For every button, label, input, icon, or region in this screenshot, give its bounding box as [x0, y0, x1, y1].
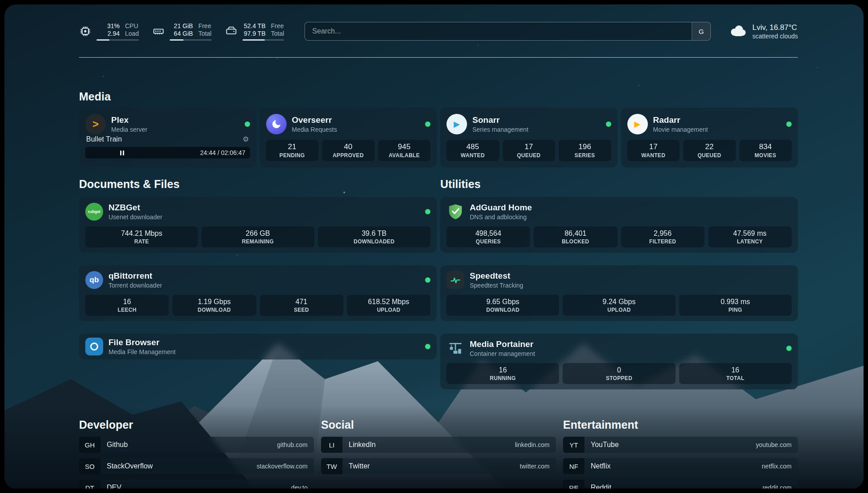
plex-icon: >	[85, 114, 106, 134]
memory-widget: 21 GiBFree 64 GiBTotal	[152, 22, 212, 41]
search-engine-button[interactable]: G	[692, 22, 710, 40]
search-input[interactable]	[305, 22, 692, 40]
stat-queued: 17QUEUED	[503, 140, 555, 161]
memory-free-label: Free	[198, 22, 211, 30]
topbar-divider	[79, 57, 798, 58]
bookmark-netflix[interactable]: NF Netflix netflix.com	[563, 458, 798, 474]
storage-icon	[225, 25, 238, 38]
stat-downloaded: 39.6 TBDOWNLOADED	[318, 226, 430, 247]
bookmark-abbr: RE	[563, 480, 584, 489]
section-title-media: Media	[79, 90, 798, 103]
bookmark-url: reddit.com	[763, 484, 792, 489]
bookmark-twitter[interactable]: TW Twitter twitter.com	[321, 458, 556, 474]
card-title: Media Portainer	[470, 339, 781, 349]
stat-leech: 16LEECH	[85, 295, 169, 316]
storage-free-value: 52.4 TB	[242, 22, 266, 30]
bookmark-stackoverflow[interactable]: SO StackOverflow stackoverflow.com	[79, 458, 314, 474]
bookmark-columns: Developer GH Github github.com SO StackO…	[79, 418, 798, 489]
card-title: Overseerr	[292, 115, 420, 125]
status-dot-online	[425, 121, 430, 127]
card-title: NZBGet	[108, 202, 420, 213]
card-subtitle: Media File Management	[108, 348, 420, 356]
card-radarr[interactable]: ▶ Radarr Movie management 17WANTED 22QUE…	[621, 108, 798, 167]
card-portainer[interactable]: Media Portainer Container management 16R…	[440, 334, 798, 389]
stat-pending: 21PENDING	[266, 140, 319, 161]
bookmark-linkedin[interactable]: LI LinkedIn linkedin.com	[321, 437, 556, 453]
card-subtitle: Torrent downloader	[108, 281, 420, 289]
pause-icon[interactable]	[120, 150, 124, 155]
bookmark-name: YouTube	[591, 441, 619, 449]
card-sonarr[interactable]: ▶ Sonarr Series management 485WANTED 17Q…	[440, 108, 618, 167]
card-subtitle: Media Requests	[292, 125, 420, 134]
cpu-load-label: Load	[125, 30, 139, 38]
memory-total-value: 64 GiB	[170, 30, 193, 38]
card-title: AdGuard Home	[470, 202, 792, 213]
card-title: Plex	[111, 115, 239, 125]
card-overseerr[interactable]: Overseerr Media Requests 21PENDING 40APP…	[260, 108, 437, 167]
stat-running: 16RUNNING	[447, 363, 559, 384]
bookmark-abbr: NF	[563, 458, 584, 474]
card-nzbget[interactable]: nzbget NZBGet Usenet downloader 744.21 M…	[79, 197, 437, 253]
bookmark-youtube[interactable]: YT YouTube youtube.com	[563, 437, 798, 453]
cpu-progress-bar	[96, 39, 139, 41]
bookmark-abbr: LI	[321, 437, 342, 453]
stat-queued: 22QUEUED	[683, 140, 736, 161]
bookmark-github[interactable]: GH Github github.com	[79, 437, 314, 453]
status-dot-online	[425, 344, 430, 349]
top-bar: 31%CPU 2.94Load 21 GiBFree 64 Gi	[79, 21, 798, 42]
bookmark-url: netflix.com	[762, 463, 792, 470]
card-subtitle: Movie management	[653, 125, 781, 134]
stat-latency: 47.569 msLATENCY	[708, 226, 792, 247]
weather-location: Lviv, 16.87°C	[752, 23, 798, 32]
bookmark-abbr: SO	[79, 458, 100, 474]
card-title: Radarr	[653, 115, 781, 125]
bookmark-reddit[interactable]: RE Reddit reddit.com	[563, 480, 798, 489]
status-dot-online	[245, 121, 250, 127]
now-playing-title: Bullet Train	[86, 135, 122, 143]
card-plex[interactable]: > Plex Media server Bullet Train ⚙ 24:44…	[79, 108, 256, 167]
section-title-utilities: Utilities	[440, 177, 798, 191]
stat-wanted: 17WANTED	[627, 140, 680, 161]
status-dot-online	[606, 121, 611, 127]
storage-total-value: 97.9 TB	[242, 30, 266, 38]
card-title: Speedtest	[470, 271, 792, 281]
media-card-row: > Plex Media server Bullet Train ⚙ 24:44…	[79, 108, 798, 167]
bookmark-name: StackOverflow	[107, 462, 153, 470]
storage-total-label: Total	[271, 30, 284, 38]
media-player-bar[interactable]: 24:44 / 02:06:47	[85, 147, 250, 159]
bookmark-dev[interactable]: DT DEV dev.to	[79, 480, 314, 489]
card-qbittorrent[interactable]: qb qBittorrent Torrent downloader 16LEEC…	[79, 265, 437, 321]
section-title-social: Social	[321, 418, 556, 431]
storage-progress-bar	[242, 39, 284, 41]
bookmark-column-entertainment: Entertainment YT YouTube youtube.com NF …	[563, 418, 798, 489]
main-columns: Documents & Files nzbget NZBGet Usenet d…	[79, 167, 798, 402]
adguard-icon	[447, 203, 464, 221]
stat-rate: 744.21 MbpsRATE	[85, 226, 198, 247]
memory-free-value: 21 GiB	[170, 22, 193, 30]
gear-icon[interactable]: ⚙	[242, 135, 249, 143]
documents-column: Documents & Files nzbget NZBGet Usenet d…	[79, 167, 437, 372]
stat-series: 196SERIES	[559, 140, 611, 161]
bookmark-url: dev.to	[291, 484, 308, 489]
stat-filtered: 2,956FILTERED	[621, 226, 705, 247]
card-adguard[interactable]: AdGuard Home DNS and adblocking 498,564Q…	[440, 197, 798, 253]
section-title-entertainment: Entertainment	[563, 418, 798, 431]
sonarr-icon: ▶	[447, 114, 467, 134]
status-dot-online	[786, 346, 792, 351]
card-title: qBittorrent	[108, 271, 420, 281]
storage-free-label: Free	[271, 22, 284, 30]
cloud-icon	[729, 25, 747, 38]
bookmark-url: linkedin.com	[515, 441, 550, 448]
stat-download: 9.65 GbpsDOWNLOAD	[447, 295, 559, 316]
cpu-usage-label: CPU	[125, 22, 138, 30]
stat-available: 945AVAILABLE	[378, 140, 431, 161]
card-speedtest[interactable]: Speedtest Speedtest Tracking 9.65 GbpsDO…	[440, 265, 798, 321]
cpu-load-value: 2.94	[96, 30, 120, 38]
bookmark-url: github.com	[277, 441, 308, 448]
card-subtitle: Usenet downloader	[108, 213, 420, 221]
bookmark-column-developer: Developer GH Github github.com SO StackO…	[79, 418, 314, 489]
nzbget-icon: nzbget	[85, 203, 103, 221]
card-filebrowser[interactable]: File Browser Media File Management	[79, 334, 437, 359]
cpu-usage-value: 31%	[96, 22, 120, 30]
memory-icon	[152, 25, 165, 38]
